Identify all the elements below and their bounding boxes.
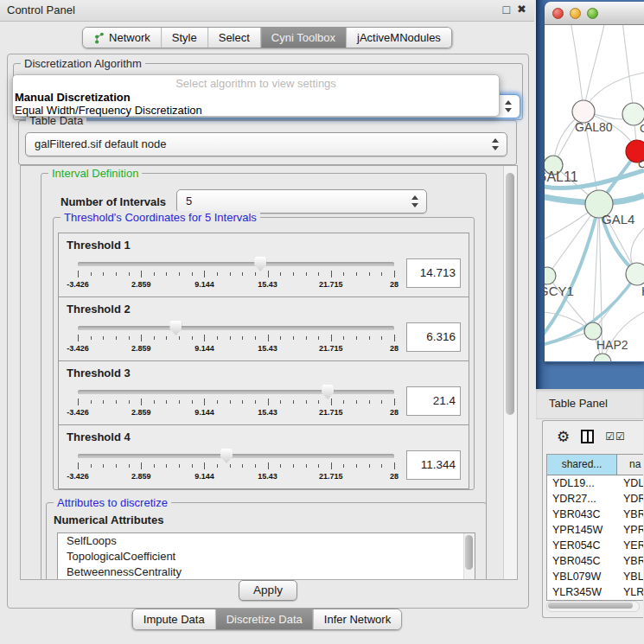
threshold-value-field[interactable]: 6.316 — [406, 322, 461, 352]
threshold-value-field[interactable]: 21.4 — [406, 386, 461, 416]
slider-tick — [318, 400, 319, 404]
number-of-intervals-combobox[interactable]: 5 — [176, 189, 427, 214]
slider-tick — [394, 462, 395, 469]
attributes-list-scrollbar[interactable] — [463, 533, 475, 580]
slider-tick — [381, 336, 382, 340]
table-row[interactable]: YDR27...YDR2 — [547, 491, 643, 507]
table-horizontal-scrollbar[interactable] — [546, 601, 640, 612]
slider-thumb[interactable] — [169, 321, 182, 335]
table-row[interactable]: YPR145WYPR1 — [547, 522, 643, 538]
threshold-slider[interactable]: -3.4262.8599.14415.4321.71528 — [78, 382, 394, 420]
slider-thumb[interactable] — [322, 385, 334, 399]
tick-label: 28 — [390, 472, 399, 481]
table-data-combobox[interactable]: galFiltered.sif default node — [25, 132, 507, 156]
interval-definition-group: Interval Definition Number of Intervals … — [41, 173, 487, 580]
network-node-label: HAP2 — [596, 338, 628, 352]
slider-track — [78, 454, 394, 458]
slider-tick — [381, 464, 382, 468]
table-panel-toolbar: ⚙ ☑☑ — [543, 421, 643, 452]
tab-style[interactable]: Style — [161, 28, 207, 48]
slider-thumb[interactable] — [220, 449, 233, 463]
threshold-slider[interactable]: -3.4262.8599.14415.4321.71528 — [78, 254, 394, 292]
tab-discretize-data-label: Discretize Data — [226, 613, 303, 626]
threshold-value-field[interactable]: 11.344 — [406, 450, 461, 480]
slider-tick — [331, 271, 332, 277]
slider-tick — [129, 464, 130, 468]
tab-infer-network[interactable]: Infer Network — [313, 609, 401, 629]
network-node[interactable] — [594, 354, 611, 361]
slider-tick — [369, 400, 370, 404]
settings-scrollbar-thumb[interactable] — [506, 173, 514, 415]
node-table[interactable]: shared... na YDL19...YDL1YDR27...YDR2YBR… — [546, 454, 643, 601]
algorithm-option-manual[interactable]: Manual Discretization — [13, 91, 499, 104]
slider-tick — [394, 399, 395, 405]
table-scrollbar-thumb[interactable] — [548, 603, 633, 609]
tick-label: 28 — [390, 408, 399, 417]
combo-arrows-icon — [492, 138, 499, 150]
network-node[interactable] — [584, 322, 602, 340]
close-window-icon[interactable]: ✖ — [517, 3, 526, 16]
threshold-value-field[interactable]: 14.713 — [406, 258, 461, 288]
column-layout-icon[interactable] — [581, 430, 594, 443]
checkbox-icons[interactable]: ☑☑ — [605, 430, 626, 443]
network-canvas[interactable]: GAL80GCGAL11GAL4GCY1HHAP2 — [545, 25, 644, 361]
slider-thumb[interactable] — [254, 257, 266, 271]
table-row[interactable]: YDL19...YDL1 — [547, 475, 643, 491]
table-header-row: shared... na — [547, 455, 643, 475]
slider-tick — [394, 335, 395, 341]
table-row[interactable]: YBR043CYBR0 — [547, 507, 643, 522]
network-node[interactable] — [626, 263, 644, 285]
slider-tick — [306, 464, 307, 468]
tab-network[interactable]: Network — [83, 28, 161, 48]
algorithm-option-equal-width[interactable]: Equal Width/Frequency Discretization — [13, 104, 499, 117]
numerical-attributes-list[interactable]: SelfLoopsTopologicalCoefficientBetweenne… — [57, 532, 475, 580]
slider-tick — [192, 464, 193, 468]
slider-tick — [179, 336, 180, 340]
mac-zoom-icon[interactable] — [587, 8, 598, 19]
threshold-slider[interactable]: -3.4262.8599.14415.4321.71528 — [78, 318, 394, 356]
list-item[interactable]: SelfLoops — [58, 533, 475, 549]
slider-tick — [103, 400, 104, 404]
threshold-label: Threshold 3 — [67, 367, 131, 379]
apply-button[interactable]: Apply — [239, 580, 297, 601]
slider-tick — [166, 336, 167, 340]
network-node-label: GAL11 — [545, 169, 578, 184]
tab-select[interactable]: Select — [207, 28, 260, 48]
attributes-scrollbar-thumb[interactable] — [465, 535, 473, 570]
table-row[interactable]: YER054CYER0 — [547, 538, 643, 553]
slider-tick — [318, 464, 319, 468]
slider-tick — [116, 272, 117, 276]
slider-tick — [166, 272, 167, 276]
mac-minimize-icon[interactable] — [570, 8, 581, 19]
thresholds-group-title: Threshold's Coordinates for 5 Intervals — [61, 211, 260, 224]
list-item[interactable]: TopologicalCoefficient — [58, 549, 475, 564]
slider-track — [78, 326, 394, 330]
network-node[interactable] — [545, 267, 556, 284]
slider-tick — [356, 336, 357, 340]
table-row[interactable]: YLR345WYLR3 — [547, 584, 643, 600]
settings-vertical-scrollbar[interactable] — [503, 166, 517, 579]
threshold-panel: Threshold 4-3.4262.8599.14415.4321.71528… — [58, 424, 469, 489]
slider-tick — [129, 400, 130, 404]
slider-tick — [166, 400, 167, 404]
table-data-combobox-value: galFiltered.sif default node — [35, 137, 166, 150]
attributes-group: Attributes to discretize Numerical Attri… — [46, 502, 487, 580]
tab-jactivemnodules[interactable]: jActiveMNodules — [346, 28, 451, 48]
mac-close-icon[interactable] — [552, 8, 564, 19]
column-header-shared-name[interactable]: shared... — [547, 455, 617, 475]
threshold-slider[interactable]: -3.4262.8599.14415.4321.71528 — [78, 446, 394, 484]
gear-icon[interactable]: ⚙ — [557, 430, 570, 444]
slider-tick — [141, 271, 142, 277]
slider-tick — [306, 336, 307, 340]
network-node-label: GCY1 — [545, 284, 574, 298]
tab-impute-data[interactable]: Impute Data — [133, 609, 215, 629]
table-row[interactable]: YBL079WYBL0 — [547, 569, 643, 584]
table-row[interactable]: YBR045CYBR0 — [547, 553, 643, 569]
tab-cyni-toolbox[interactable]: Cyni Toolbox — [260, 28, 346, 48]
tab-discretize-data[interactable]: Discretize Data — [215, 609, 313, 629]
column-header-name[interactable]: na — [617, 455, 643, 475]
slider-tick — [293, 464, 294, 468]
slider-tick — [103, 464, 104, 468]
float-window-icon[interactable]: □ — [503, 3, 510, 16]
list-item[interactable]: BetweennessCentrality — [58, 564, 475, 580]
